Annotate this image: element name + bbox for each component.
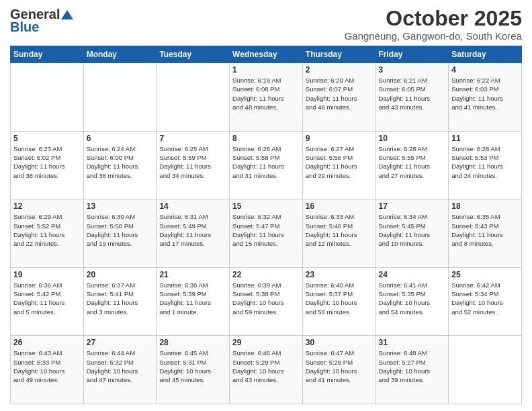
day-info: Sunrise: 6:47 AM Sunset: 5:28 PM Dayligh… — [306, 349, 373, 384]
calendar-cell — [83, 63, 157, 132]
day-info: Sunrise: 6:21 AM Sunset: 6:05 PM Dayligh… — [379, 76, 446, 111]
calendar-cell: 6Sunrise: 6:24 AM Sunset: 6:00 PM Daylig… — [83, 131, 157, 199]
day-number: 4 — [451, 65, 519, 75]
calendar-cell: 12Sunrise: 6:29 AM Sunset: 5:52 PM Dayli… — [11, 199, 84, 268]
day-info: Sunrise: 6:46 AM Sunset: 5:29 PM Dayligh… — [232, 349, 300, 384]
day-number: 24 — [379, 270, 446, 279]
calendar-cell: 23Sunrise: 6:40 AM Sunset: 5:37 PM Dayli… — [302, 267, 375, 336]
calendar-week-1: 1Sunrise: 6:19 AM Sunset: 6:08 PM Daylig… — [11, 63, 522, 132]
day-number: 15 — [232, 201, 300, 211]
page: General Blue October 2025 Gangneung, Gan… — [0, 0, 532, 411]
calendar-week-3: 12Sunrise: 6:29 AM Sunset: 5:52 PM Dayli… — [11, 199, 522, 268]
calendar-header-monday: Monday — [83, 46, 157, 63]
day-info: Sunrise: 6:33 AM Sunset: 5:46 PM Dayligh… — [306, 212, 373, 248]
calendar-cell: 20Sunrise: 6:37 AM Sunset: 5:41 PM Dayli… — [83, 267, 157, 336]
calendar-cell: 26Sunrise: 6:43 AM Sunset: 5:33 PM Dayli… — [11, 336, 84, 404]
day-number: 31 — [379, 338, 446, 347]
calendar-cell: 22Sunrise: 6:39 AM Sunset: 5:38 PM Dayli… — [230, 267, 303, 336]
calendar-cell: 30Sunrise: 6:47 AM Sunset: 5:28 PM Dayli… — [302, 336, 375, 404]
day-number: 29 — [232, 338, 300, 347]
title-block: October 2025 Gangneung, Gangwon-do, Sout… — [345, 7, 522, 42]
day-number: 25 — [451, 270, 519, 279]
day-info: Sunrise: 6:34 AM Sunset: 5:45 PM Dayligh… — [379, 212, 446, 248]
day-info: Sunrise: 6:25 AM Sunset: 5:59 PM Dayligh… — [159, 144, 226, 180]
day-info: Sunrise: 6:40 AM Sunset: 5:37 PM Dayligh… — [306, 281, 373, 316]
day-number: 11 — [451, 134, 519, 143]
day-info: Sunrise: 6:38 AM Sunset: 5:39 PM Dayligh… — [159, 281, 226, 316]
logo-bird-icon — [61, 9, 73, 21]
calendar-cell: 7Sunrise: 6:25 AM Sunset: 5:59 PM Daylig… — [157, 131, 230, 199]
calendar-cell — [157, 63, 230, 132]
day-number: 30 — [306, 338, 373, 347]
day-number: 2 — [306, 65, 373, 75]
calendar-cell: 27Sunrise: 6:44 AM Sunset: 5:32 PM Dayli… — [83, 336, 157, 404]
day-info: Sunrise: 6:24 AM Sunset: 6:00 PM Dayligh… — [87, 144, 154, 180]
day-number: 10 — [379, 134, 446, 143]
calendar-cell: 4Sunrise: 6:22 AM Sunset: 6:03 PM Daylig… — [449, 63, 522, 132]
day-info: Sunrise: 6:22 AM Sunset: 6:03 PM Dayligh… — [451, 76, 519, 111]
calendar-cell — [449, 336, 522, 404]
day-info: Sunrise: 6:31 AM Sunset: 5:49 PM Dayligh… — [159, 212, 226, 248]
day-info: Sunrise: 6:27 AM Sunset: 5:56 PM Dayligh… — [306, 144, 373, 180]
day-info: Sunrise: 6:48 AM Sunset: 5:27 PM Dayligh… — [379, 349, 446, 384]
day-number: 1 — [232, 65, 300, 75]
calendar-cell: 25Sunrise: 6:42 AM Sunset: 5:34 PM Dayli… — [449, 267, 522, 336]
day-info: Sunrise: 6:29 AM Sunset: 5:52 PM Dayligh… — [13, 212, 81, 248]
day-info: Sunrise: 6:20 AM Sunset: 6:07 PM Dayligh… — [306, 76, 373, 111]
calendar-cell: 1Sunrise: 6:19 AM Sunset: 6:08 PM Daylig… — [230, 63, 303, 132]
day-number: 17 — [379, 201, 446, 211]
calendar-header-thursday: Thursday — [302, 46, 375, 63]
day-number: 3 — [379, 65, 446, 75]
day-info: Sunrise: 6:19 AM Sunset: 6:08 PM Dayligh… — [232, 76, 300, 111]
calendar-cell: 13Sunrise: 6:30 AM Sunset: 5:50 PM Dayli… — [83, 199, 157, 268]
day-number: 21 — [159, 270, 226, 279]
calendar-cell: 5Sunrise: 6:23 AM Sunset: 6:02 PM Daylig… — [11, 131, 84, 199]
calendar-cell: 17Sunrise: 6:34 AM Sunset: 5:45 PM Dayli… — [375, 199, 449, 268]
calendar-week-2: 5Sunrise: 6:23 AM Sunset: 6:02 PM Daylig… — [11, 131, 522, 199]
day-number: 14 — [159, 201, 226, 211]
svg-marker-0 — [61, 10, 73, 19]
calendar-cell — [11, 63, 84, 132]
calendar-cell: 21Sunrise: 6:38 AM Sunset: 5:39 PM Dayli… — [157, 267, 230, 336]
day-number: 23 — [306, 270, 373, 279]
day-number: 19 — [13, 270, 81, 279]
calendar-week-4: 19Sunrise: 6:36 AM Sunset: 5:42 PM Dayli… — [11, 267, 522, 336]
calendar-header-friday: Friday — [375, 46, 449, 63]
day-info: Sunrise: 6:39 AM Sunset: 5:38 PM Dayligh… — [232, 281, 300, 316]
day-info: Sunrise: 6:42 AM Sunset: 5:34 PM Dayligh… — [451, 281, 519, 316]
day-number: 28 — [159, 338, 226, 347]
logo: General Blue — [10, 7, 73, 35]
calendar-header-row: SundayMondayTuesdayWednesdayThursdayFrid… — [11, 46, 522, 63]
calendar-cell: 11Sunrise: 6:28 AM Sunset: 5:53 PM Dayli… — [449, 131, 522, 199]
calendar-cell: 29Sunrise: 6:46 AM Sunset: 5:29 PM Dayli… — [230, 336, 303, 404]
main-title: October 2025 — [345, 7, 522, 30]
calendar-cell: 16Sunrise: 6:33 AM Sunset: 5:46 PM Dayli… — [302, 199, 375, 268]
day-info: Sunrise: 6:44 AM Sunset: 5:32 PM Dayligh… — [87, 349, 154, 384]
calendar-cell: 9Sunrise: 6:27 AM Sunset: 5:56 PM Daylig… — [302, 131, 375, 199]
calendar-week-5: 26Sunrise: 6:43 AM Sunset: 5:33 PM Dayli… — [11, 336, 522, 404]
day-number: 18 — [451, 201, 519, 211]
day-info: Sunrise: 6:37 AM Sunset: 5:41 PM Dayligh… — [87, 281, 154, 316]
day-number: 12 — [13, 201, 81, 211]
calendar-cell: 15Sunrise: 6:32 AM Sunset: 5:47 PM Dayli… — [230, 199, 303, 268]
calendar-header-saturday: Saturday — [449, 46, 522, 63]
calendar-cell: 14Sunrise: 6:31 AM Sunset: 5:49 PM Dayli… — [157, 199, 230, 268]
calendar-cell: 18Sunrise: 6:35 AM Sunset: 5:43 PM Dayli… — [449, 199, 522, 268]
day-info: Sunrise: 6:35 AM Sunset: 5:43 PM Dayligh… — [451, 212, 519, 248]
header: General Blue October 2025 Gangneung, Gan… — [10, 7, 522, 42]
calendar-cell: 2Sunrise: 6:20 AM Sunset: 6:07 PM Daylig… — [302, 63, 375, 132]
day-number: 7 — [159, 134, 226, 143]
day-number: 9 — [306, 134, 373, 143]
day-info: Sunrise: 6:28 AM Sunset: 5:53 PM Dayligh… — [451, 144, 519, 180]
day-number: 26 — [13, 338, 81, 347]
calendar-header-wednesday: Wednesday — [230, 46, 303, 63]
calendar-cell: 28Sunrise: 6:45 AM Sunset: 5:31 PM Dayli… — [157, 336, 230, 404]
day-number: 22 — [232, 270, 300, 279]
day-info: Sunrise: 6:30 AM Sunset: 5:50 PM Dayligh… — [87, 212, 154, 248]
day-number: 16 — [306, 201, 373, 211]
calendar-cell: 31Sunrise: 6:48 AM Sunset: 5:27 PM Dayli… — [375, 336, 449, 404]
subtitle: Gangneung, Gangwon-do, South Korea — [345, 30, 522, 42]
day-info: Sunrise: 6:41 AM Sunset: 5:35 PM Dayligh… — [379, 281, 446, 316]
day-info: Sunrise: 6:43 AM Sunset: 5:33 PM Dayligh… — [13, 349, 81, 384]
day-number: 27 — [87, 338, 154, 347]
